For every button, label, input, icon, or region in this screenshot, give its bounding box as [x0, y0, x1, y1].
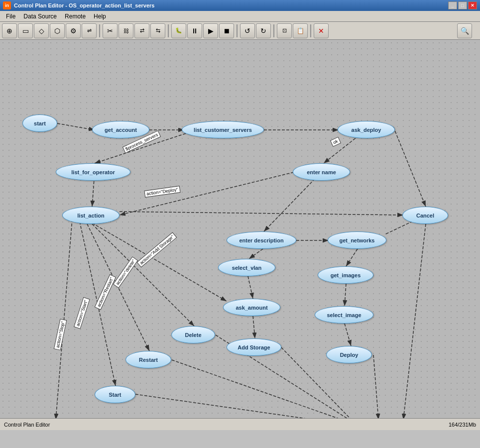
svg-line-18 — [345, 324, 351, 346]
edge-label-start: action="Start" — [74, 297, 90, 329]
node-start-node[interactable]: Start — [95, 386, 135, 403]
bug-tool[interactable]: 🐛 — [171, 23, 186, 38]
edges-svg — [0, 40, 480, 418]
node-restart[interactable]: Restart — [125, 351, 171, 368]
arrow-tool[interactable]: ⇆ — [150, 23, 165, 38]
link-tool[interactable]: ⛓ — [119, 23, 133, 38]
stop-tool-tb[interactable]: ⏹ — [219, 23, 234, 38]
delete-tool[interactable]: ✕ — [314, 23, 329, 38]
connect-tool[interactable]: ⇌ — [82, 23, 97, 38]
node-list-customer-servers[interactable]: list_customer_servers — [182, 121, 264, 138]
play-tool[interactable]: ▶ — [203, 23, 218, 38]
sep3 — [237, 24, 238, 37]
node-enter-name[interactable]: enter name — [293, 163, 350, 181]
sep5 — [310, 24, 311, 37]
sep7 — [346, 23, 360, 38]
node-select-image[interactable]: select_image — [315, 306, 373, 324]
node-get-networks[interactable]: get_networks — [328, 231, 386, 249]
app-icon: in — [3, 1, 11, 9]
node-delete[interactable]: Delete — [171, 326, 215, 343]
status-bar: Control Plan Editor 164/231Mb — [0, 418, 480, 430]
circle-tool[interactable]: ⊕ — [2, 23, 17, 38]
menu-remote[interactable]: Remote — [61, 12, 90, 21]
node-select-vlan[interactable]: select_vlan — [218, 259, 275, 276]
pause-tool[interactable]: ⏸ — [187, 23, 202, 38]
sep10 — [393, 23, 408, 38]
window-title: Control Plan Editor - OS_operator_action… — [14, 2, 448, 8]
node-add-storage[interactable]: Add Storage — [227, 338, 281, 356]
node-start[interactable]: start — [22, 114, 57, 132]
menu-help[interactable]: Help — [90, 12, 110, 21]
sep13 — [441, 23, 456, 38]
svg-line-30 — [92, 223, 227, 301]
svg-line-13 — [249, 249, 263, 259]
edge-label-restart: action="Restart" — [95, 274, 116, 310]
sep8 — [361, 23, 376, 38]
menu-bar: File Data Source Remote Help — [0, 11, 480, 22]
redo-tool[interactable]: ↻ — [256, 23, 271, 38]
svg-line-9 — [120, 212, 403, 215]
sep6 — [330, 23, 345, 38]
svg-line-1 — [57, 123, 95, 130]
svg-line-15 — [248, 276, 253, 299]
svg-line-10 — [264, 172, 321, 231]
menu-file[interactable]: File — [2, 12, 19, 21]
sep11 — [409, 23, 424, 38]
node-ask-deploy[interactable]: ask_deploy — [338, 121, 395, 138]
maximize-button[interactable]: □ — [458, 1, 467, 9]
copy-tool[interactable]: ⊡ — [277, 23, 292, 38]
node-ask-amount[interactable]: ask_amount — [223, 299, 280, 316]
svg-line-14 — [346, 249, 358, 266]
node-enter-description[interactable]: enter description — [227, 231, 296, 249]
sep12 — [425, 23, 440, 38]
paste-tool[interactable]: 📋 — [293, 23, 308, 38]
diamond-tool[interactable]: ◇ — [34, 23, 49, 38]
chain-tool[interactable]: ⇄ — [134, 23, 149, 38]
svg-line-22 — [56, 219, 72, 418]
node-get-images[interactable]: get_images — [318, 266, 373, 284]
menu-datasource[interactable]: Data Source — [19, 12, 61, 21]
status-left: Control Plan Editor — [4, 422, 50, 428]
svg-line-16 — [345, 284, 346, 306]
sep9 — [377, 23, 392, 38]
node-get-account[interactable]: get_account — [92, 121, 149, 138]
cut-tool[interactable]: ✂ — [103, 23, 118, 38]
edge-label-deploy: action="Deploy" — [144, 186, 180, 198]
node-list-action[interactable]: list_action — [62, 207, 120, 224]
edge-label-stop: action="Stop" — [54, 319, 67, 350]
svg-line-24 — [135, 394, 359, 418]
node-list-for-operator[interactable]: list_for_operator — [56, 163, 130, 181]
svg-line-29 — [403, 224, 426, 418]
node-cancel[interactable]: Cancel — [402, 207, 448, 224]
title-bar-buttons: _ □ ✕ — [448, 1, 477, 9]
settings-tool[interactable]: ⚙ — [66, 23, 81, 38]
sep1 — [99, 24, 100, 37]
canvas-area: start get_account list_customer_servers … — [0, 40, 480, 418]
toolbar: ⊕ ▭ ◇ ⬡ ⚙ ⇌ ✂ ⛓ ⇄ ⇆ 🐛 ⏸ ▶ ⏹ ↺ ↻ ⊡ 📋 ✕ 🔍 — [0, 22, 480, 40]
svg-line-19 — [92, 224, 194, 326]
status-right: 164/231Mb — [449, 422, 476, 428]
edge-label-ok: ok — [330, 137, 341, 147]
edge-label-add-storage: action="Add Storage" — [136, 232, 177, 268]
svg-line-25 — [172, 360, 359, 418]
edge-label-delete: action="delete" — [113, 256, 138, 288]
undo-tool[interactable]: ↺ — [240, 23, 255, 38]
minimize-button[interactable]: _ — [448, 1, 457, 9]
hexagon-tool[interactable]: ⬡ — [50, 23, 65, 38]
svg-line-17 — [253, 316, 255, 338]
svg-line-5 — [393, 127, 426, 207]
rect-tool[interactable]: ▭ — [18, 23, 33, 38]
node-deploy[interactable]: Deploy — [326, 346, 372, 363]
title-bar: in Control Plan Editor - OS_operator_act… — [0, 0, 480, 11]
search-tool[interactable]: 🔍 — [457, 23, 472, 38]
sep2 — [168, 24, 169, 37]
sep4 — [273, 24, 274, 37]
svg-line-28 — [373, 355, 378, 418]
close-button[interactable]: ✕ — [468, 1, 477, 9]
